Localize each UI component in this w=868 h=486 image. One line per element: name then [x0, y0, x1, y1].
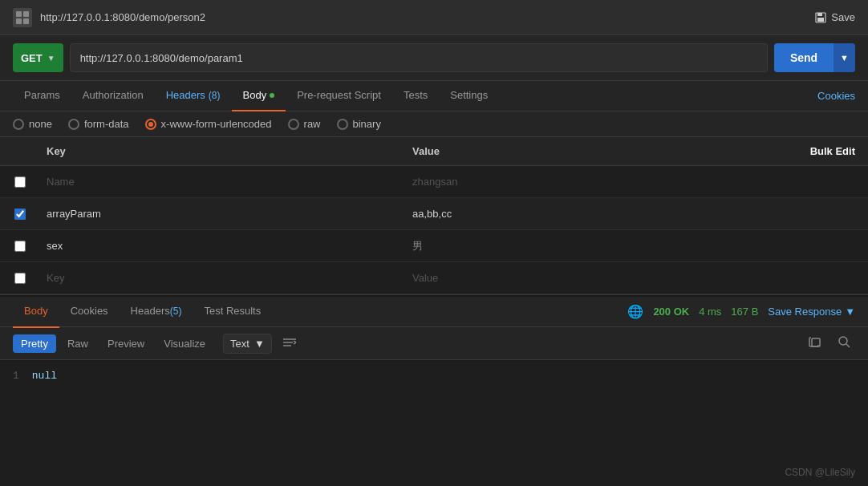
response-body: 1 null: [0, 360, 868, 391]
save-response-button[interactable]: Save Response ▼: [768, 306, 855, 318]
row4-checkbox[interactable]: [14, 273, 26, 284]
response-size: 167 B: [731, 306, 758, 318]
resp-tab-headers[interactable]: Headers (5): [120, 296, 193, 328]
save-button[interactable]: Save: [815, 11, 855, 23]
svg-rect-1: [23, 11, 29, 17]
tab-tests[interactable]: Tests: [392, 81, 439, 111]
row1-value[interactable]: zhangsan: [406, 172, 772, 191]
response-type-chevron-icon: ▼: [254, 338, 265, 350]
body-type-raw[interactable]: raw: [288, 118, 321, 130]
status-code: 200 OK: [653, 306, 689, 318]
svg-rect-2: [16, 18, 22, 24]
send-button[interactable]: Send: [774, 43, 834, 72]
send-button-group: Send ▼: [774, 43, 855, 72]
method-selector[interactable]: GET ▼: [13, 43, 63, 72]
response-toolbar: Pretty Raw Preview Visualize Text ▼: [0, 327, 868, 360]
table-row: arrayParam aa,bb,cc: [0, 198, 868, 230]
response-section: Body Cookies Headers (5) Test Results 🌐 …: [0, 295, 868, 391]
tab-pre-request[interactable]: Pre-request Script: [286, 81, 392, 111]
row4-value[interactable]: Value: [406, 269, 772, 287]
format-raw-button[interactable]: Raw: [59, 334, 96, 353]
response-tabs-bar: Body Cookies Headers (5) Test Results 🌐 …: [0, 295, 868, 327]
kv-value-header: Value: [406, 142, 772, 160]
radio-none-icon: [13, 119, 24, 130]
headers-badge: (8): [209, 90, 221, 101]
url-bar: GET ▼ Send ▼: [0, 35, 868, 81]
format-pretty-button[interactable]: Pretty: [13, 334, 56, 353]
url-input[interactable]: [70, 43, 768, 72]
tab-body[interactable]: Body: [232, 81, 286, 111]
resp-tab-cookies[interactable]: Cookies: [59, 296, 120, 328]
kv-checkbox-header: [0, 142, 40, 160]
row2-key[interactable]: arrayParam: [40, 205, 406, 223]
row4-checkbox-cell: [0, 273, 40, 284]
body-type-none[interactable]: none: [13, 118, 52, 130]
table-row: sex 男: [0, 230, 868, 262]
watermark: CSDN @LileSily: [785, 467, 855, 478]
resp-headers-badge: (5): [170, 306, 182, 317]
row1-checkbox[interactable]: [14, 176, 26, 188]
wrap-lines-button[interactable]: [278, 333, 301, 354]
tab-headers[interactable]: Headers (8): [155, 81, 232, 111]
row3-value[interactable]: 男: [406, 236, 772, 257]
line-number: 1: [13, 370, 19, 382]
row4-key[interactable]: Key: [40, 269, 406, 287]
body-type-form-data[interactable]: form-data: [68, 118, 129, 130]
tab-authorization[interactable]: Authorization: [71, 81, 155, 111]
resp-tab-body[interactable]: Body: [13, 296, 59, 328]
row3-checkbox[interactable]: [14, 241, 26, 252]
format-visualize-button[interactable]: Visualize: [156, 334, 213, 353]
response-type-select[interactable]: Text ▼: [223, 334, 272, 354]
globe-icon[interactable]: 🌐: [627, 304, 643, 319]
kv-table: Key Value Bulk Edit Name zhangsan arrayP…: [0, 137, 868, 295]
request-tabs-bar: Params Authorization Headers (8) Body Pr…: [0, 81, 868, 111]
svg-point-11: [839, 337, 847, 345]
cookies-link[interactable]: Cookies: [817, 90, 855, 102]
method-label: GET: [21, 52, 43, 64]
kv-table-header: Key Value Bulk Edit: [0, 137, 868, 166]
body-type-binary[interactable]: binary: [337, 118, 381, 130]
response-content: null: [32, 370, 57, 382]
svg-line-12: [846, 344, 850, 347]
row3-checkbox-cell: [0, 241, 40, 252]
response-status-group: 🌐 200 OK 4 ms 167 B Save Response ▼: [627, 304, 855, 319]
send-dropdown-button[interactable]: ▼: [834, 43, 855, 72]
tab-params[interactable]: Params: [13, 81, 71, 111]
row2-checkbox[interactable]: [14, 209, 26, 220]
body-dot-icon: [270, 93, 274, 98]
response-time: 4 ms: [699, 306, 721, 318]
title-bar-left: http://127.0.0.1:8080/demo/person2: [13, 8, 205, 27]
radio-urlencoded-icon: [145, 119, 156, 130]
body-type-urlencoded[interactable]: x-www-form-urlencoded: [145, 118, 272, 130]
method-chevron-icon: ▼: [47, 54, 55, 63]
svg-rect-5: [817, 13, 822, 16]
kv-key-header: Key: [40, 142, 406, 160]
row2-value[interactable]: aa,bb,cc: [406, 205, 772, 223]
row3-key[interactable]: sex: [40, 237, 406, 255]
save-response-chevron-icon: ▼: [845, 306, 855, 318]
bulk-edit-button[interactable]: Bulk Edit: [772, 142, 868, 160]
radio-binary-icon: [337, 119, 348, 130]
copy-button[interactable]: [804, 332, 826, 354]
body-type-bar: none form-data x-www-form-urlencoded raw…: [0, 111, 868, 137]
resp-tab-test-results[interactable]: Test Results: [193, 296, 272, 328]
svg-rect-6: [817, 18, 824, 22]
table-row: Name zhangsan: [0, 166, 868, 198]
response-type-label: Text: [230, 338, 249, 350]
row1-checkbox-cell: [0, 176, 40, 188]
row2-checkbox-cell: [0, 209, 40, 220]
svg-rect-0: [16, 11, 22, 17]
radio-form-data-icon: [68, 119, 79, 130]
row1-key[interactable]: Name: [40, 172, 406, 191]
app-icon: [13, 8, 32, 27]
title-url: http://127.0.0.1:8080/demo/person2: [40, 11, 205, 23]
title-bar: http://127.0.0.1:8080/demo/person2 Save: [0, 0, 868, 35]
svg-rect-3: [23, 18, 29, 24]
table-row: Key Value: [0, 262, 868, 294]
radio-raw-icon: [288, 119, 299, 130]
format-preview-button[interactable]: Preview: [99, 334, 152, 353]
search-button[interactable]: [833, 332, 855, 354]
save-label: Save: [831, 11, 855, 23]
tab-settings[interactable]: Settings: [439, 81, 499, 111]
